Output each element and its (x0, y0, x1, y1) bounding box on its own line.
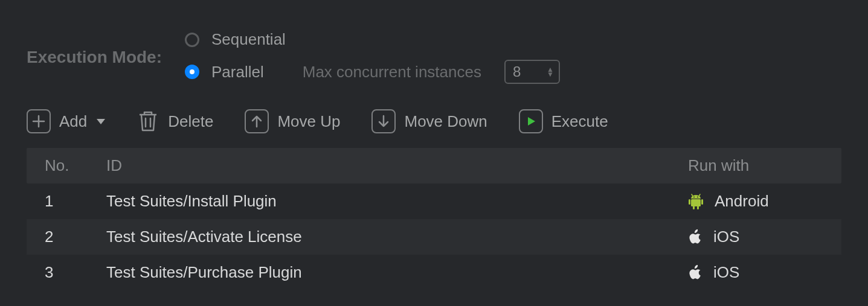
arrow-up-icon (245, 109, 269, 133)
trash-icon (137, 109, 159, 133)
svg-rect-6 (697, 206, 699, 209)
apple-icon (688, 264, 702, 281)
android-icon (688, 193, 704, 211)
svg-point-1 (697, 196, 698, 197)
column-header-no[interactable]: No. (27, 156, 106, 175)
svg-rect-3 (689, 199, 690, 205)
max-concurrent-value: 8 (513, 63, 521, 80)
svg-point-0 (693, 196, 695, 197)
move-down-button[interactable]: Move Down (371, 109, 487, 133)
plus-icon (27, 109, 51, 133)
column-header-runwith[interactable]: Run with (688, 156, 841, 175)
add-button[interactable]: Add (27, 109, 105, 133)
max-concurrent-stepper[interactable]: 8 ▲▼ (504, 60, 560, 84)
table-row[interactable]: 3 Test Suites/Purchase Plugin iOS (27, 255, 841, 290)
radio-sequential-label: Sequential (211, 30, 286, 49)
radio-parallel[interactable] (185, 65, 199, 79)
svg-rect-5 (693, 206, 695, 209)
table-row[interactable]: 1 Test Suites/Install Plugin Androi (27, 183, 841, 219)
svg-rect-2 (691, 199, 701, 206)
test-suites-table: No. ID Run with 1 Test Suites/Install Pl… (27, 148, 841, 290)
execute-button[interactable]: Execute (519, 109, 608, 133)
column-header-id[interactable]: ID (106, 156, 688, 175)
caret-down-icon (97, 119, 105, 124)
apple-icon (688, 229, 702, 246)
move-up-button[interactable]: Move Up (245, 109, 340, 133)
radio-sequential[interactable] (185, 33, 199, 47)
execution-mode-label: Execution Mode: (27, 48, 185, 67)
table-row[interactable]: 2 Test Suites/Activate License iOS (27, 219, 841, 255)
play-icon (519, 109, 543, 133)
svg-rect-4 (701, 199, 703, 205)
delete-button[interactable]: Delete (137, 109, 213, 133)
max-concurrent-label: Max concurrent instances (303, 63, 481, 81)
radio-parallel-label: Parallel (211, 63, 264, 81)
arrow-down-icon (371, 109, 396, 133)
stepper-arrows-icon: ▲▼ (547, 67, 554, 77)
